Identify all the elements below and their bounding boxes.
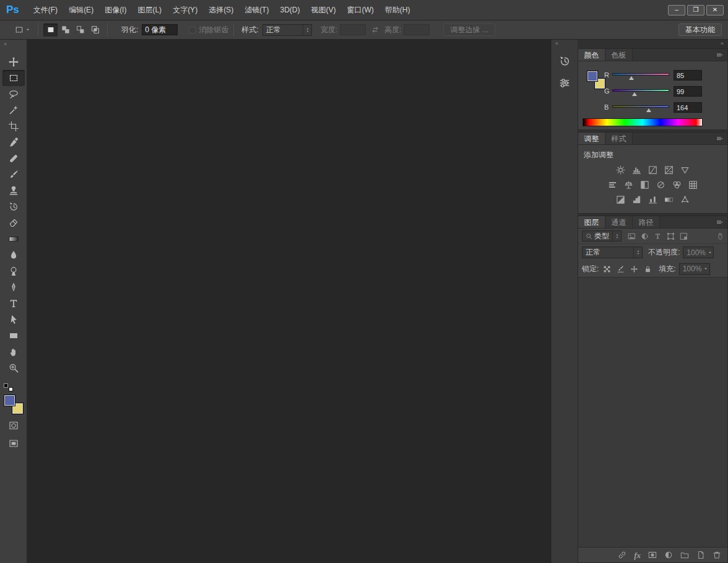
posterize-button[interactable] [631,194,642,205]
slider-thumb[interactable] [632,92,637,96]
antialias-checkbox[interactable] [189,27,196,33]
history-panel-button[interactable] [555,53,574,70]
quick-mask-button[interactable] [2,419,25,432]
type-filter-button[interactable] [652,230,663,242]
minimize-button[interactable]: – [668,5,685,15]
lock-move-button[interactable] [629,264,639,274]
history-brush-tool[interactable] [2,199,25,215]
zoom-tool[interactable] [2,360,25,376]
maximize-button[interactable]: ❐ [687,5,704,15]
eraser-tool[interactable] [2,215,25,231]
screen-mode-button[interactable] [2,437,25,450]
selective-color-button[interactable] [680,194,690,205]
opacity-select[interactable]: 100% [683,247,714,258]
style-select[interactable]: 正常 [262,24,312,36]
menu-file[interactable]: 文件(F) [28,0,63,20]
link-layers-button[interactable] [618,551,626,559]
gradient-map-button[interactable] [664,194,674,205]
channel-mixer-button[interactable] [672,180,682,190]
add-selection-button[interactable] [58,24,72,37]
menu-filter[interactable]: 滤镜(T) [239,0,274,20]
channel-slider-G[interactable] [612,85,669,97]
dodge-tool[interactable] [2,263,25,279]
filter-toggle-icon[interactable] [717,232,724,240]
panel-menu-icon[interactable] [712,219,727,225]
default-colors-icon[interactable] [4,383,13,391]
fill-select[interactable]: 100% [679,263,710,275]
channel-value-G[interactable]: 99 [674,86,702,97]
layer-style-fx-button[interactable]: fx [634,551,641,559]
color-balance-button[interactable] [623,180,634,190]
subtract-selection-button[interactable] [73,24,87,37]
channel-slider-B[interactable] [612,102,669,113]
layer-filter-kind-select[interactable]: 类型 [582,230,622,242]
layers-tab-1[interactable]: 通道 [605,216,633,228]
adjustment-filter-button[interactable] [639,230,650,242]
lock-paint-button[interactable] [615,264,625,274]
path-select-tool[interactable] [2,312,25,328]
channel-value-B[interactable]: 164 [674,102,702,113]
gradient-tool[interactable] [2,231,25,247]
collapse-panels-chevron[interactable]: » [578,40,728,48]
layers-tab-0[interactable]: 图层 [578,216,605,228]
feather-input[interactable] [142,24,178,35]
move-tool[interactable] [2,54,25,70]
add-mask-button[interactable] [648,551,657,559]
adjustments-tab-1[interactable]: 样式 [605,133,633,144]
color-tab-0[interactable]: 颜色 [578,49,605,61]
color-tab-1[interactable]: 色板 [605,49,633,61]
clone-stamp-tool[interactable] [2,183,25,199]
brightness-contrast-button[interactable] [615,165,626,175]
hue-saturation-button[interactable] [607,180,618,190]
quick-select-tool[interactable] [2,102,25,118]
menu-help[interactable]: 帮助(H) [379,0,416,20]
channel-value-R[interactable]: 85 [674,70,702,81]
menu-edit[interactable]: 编辑(E) [63,0,99,20]
color-lookup-button[interactable] [688,180,698,190]
curves-button[interactable] [648,165,658,175]
healing-brush-tool[interactable] [2,151,25,167]
exposure-button[interactable] [664,165,674,175]
height-input[interactable] [404,24,430,35]
menu-type[interactable]: 文字(Y) [167,0,203,20]
blend-mode-select[interactable]: 正常 [582,247,643,258]
width-input[interactable] [340,24,366,35]
menu-3d[interactable]: 3D(D) [274,0,305,20]
threshold-button[interactable] [648,194,658,205]
type-tool[interactable] [2,295,25,312]
layers-tab-2[interactable]: 路径 [633,216,660,228]
tool-preset-picker[interactable] [12,24,33,35]
pixel-filter-button[interactable] [626,230,637,242]
panel-menu-icon[interactable] [712,52,727,58]
menu-select[interactable]: 选择(S) [203,0,239,20]
levels-button[interactable] [631,165,642,175]
eyedropper-tool[interactable] [2,134,25,151]
new-layer-button[interactable] [696,551,705,559]
shape-filter-button[interactable] [665,230,676,242]
new-group-button[interactable] [680,551,689,559]
lock-transparent-button[interactable] [602,264,612,274]
vibrance-button[interactable] [680,165,690,175]
rect-marquee-tool[interactable] [2,70,25,86]
menu-image[interactable]: 图像(I) [99,0,132,20]
lasso-tool[interactable] [2,86,25,102]
swap-dimensions-icon[interactable] [371,26,379,33]
slider-thumb[interactable] [629,76,634,80]
channel-slider-R[interactable] [612,69,669,81]
adjustments-tab-0[interactable]: 调整 [578,133,605,144]
new-adjustment-button[interactable] [664,551,673,559]
black-white-button[interactable] [639,180,650,190]
hand-tool[interactable] [2,344,25,360]
menu-layer[interactable]: 图层(L) [132,0,167,20]
new-selection-button[interactable] [43,24,58,37]
shape-tool[interactable] [2,328,25,344]
close-button[interactable]: ✕ [706,5,724,15]
expand-panels-chevron[interactable]: « [552,40,578,48]
canvas-area[interactable] [27,40,551,563]
intersect-selection-button[interactable] [88,24,102,37]
layers-list[interactable] [578,277,727,547]
lock-all-button[interactable] [643,264,652,274]
smartobject-filter-button[interactable] [678,230,689,242]
crop-tool[interactable] [2,118,25,134]
panel-menu-icon[interactable] [712,136,727,142]
